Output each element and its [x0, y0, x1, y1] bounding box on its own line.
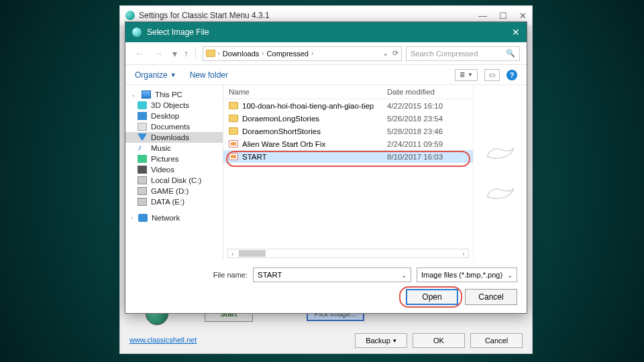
file-name: START [242, 153, 387, 161]
file-row[interactable]: START8/10/2017 16:03 [223, 150, 473, 163]
open-button[interactable]: Open [406, 289, 458, 305]
scroll-right-icon[interactable]: › [459, 250, 468, 257]
file-date: 2/24/2011 09:59 [387, 140, 468, 148]
file-date: 8/10/2017 16:03 [387, 153, 468, 161]
view-mode-button[interactable]: ≣ ▼ [455, 69, 478, 81]
tree-documents[interactable]: Documents [125, 121, 223, 132]
dialog-toolbar: Organize▼ New folder ≣ ▼ ▭ ? [125, 65, 527, 85]
image-file-icon [229, 153, 238, 160]
close-icon[interactable]: ✕ [519, 11, 527, 21]
filetype-filter[interactable]: Image files (*.bmp,*.png)⌄ [417, 267, 517, 282]
file-date: 4/22/2015 16:10 [387, 102, 468, 110]
breadcrumb-segment[interactable]: Downloads [223, 50, 259, 58]
dialog-close-icon[interactable]: ✕ [512, 27, 520, 38]
folder-icon [229, 115, 238, 122]
file-date: 5/28/2018 23:46 [387, 127, 468, 135]
file-row[interactable]: DoraemonLongStories5/26/2018 23:54 [223, 112, 473, 125]
cancel-button[interactable]: Cancel [470, 333, 523, 348]
tree-game-d[interactable]: GAME (D:) [125, 186, 223, 196]
chevron-down-icon[interactable]: ⌄ [507, 272, 513, 279]
tree-desktop[interactable]: Desktop [125, 111, 223, 121]
horizontal-scrollbar[interactable]: ‹ › [227, 249, 469, 258]
preview-pane-button[interactable]: ▭ [484, 69, 500, 81]
refresh-icon[interactable]: ⟳ [392, 49, 398, 58]
breadcrumb[interactable]: › Downloads › Compressed › ⌄⟳ [203, 46, 402, 61]
settings-title: Settings for Classic Start Menu 4.3.1 [139, 11, 270, 20]
nav-forward-icon[interactable]: → [151, 48, 166, 59]
ok-button[interactable]: OK [413, 333, 465, 348]
tree-local-disk-c[interactable]: Local Disk (C:) [125, 175, 223, 186]
file-name: Alien Ware Start Orb Fix [242, 140, 387, 148]
scroll-thumb[interactable] [239, 250, 266, 257]
column-name[interactable]: Name [229, 88, 387, 96]
filename-input[interactable]: START⌄ [253, 267, 411, 282]
dialog-titlebar: Select Image File ✕ [125, 22, 527, 42]
image-file-icon [229, 140, 238, 147]
tree-downloads[interactable]: Downloads [125, 132, 223, 143]
preview-thumbnail [484, 183, 517, 203]
navigation-bar: ← → ▾ ↑ › Downloads › Compressed › ⌄⟳ Se… [125, 42, 527, 65]
tree-music[interactable]: ♪Music [125, 143, 223, 154]
breadcrumb-segment[interactable]: Compressed [267, 50, 309, 58]
filename-label: File name: [135, 271, 248, 279]
file-open-dialog: Select Image File ✕ ← → ▾ ↑ › Downloads … [125, 21, 527, 314]
column-headers[interactable]: Name Date modified [223, 85, 473, 99]
backup-button[interactable]: Backup [355, 333, 407, 348]
folder-tree[interactable]: ⌄This PC 3D Objects Desktop Documents Do… [125, 85, 223, 261]
tree-videos[interactable]: Videos [125, 164, 223, 175]
preview-thumbnail [484, 143, 517, 163]
tree-pictures[interactable]: Pictures [125, 154, 223, 164]
cancel-button[interactable]: Cancel [465, 289, 517, 305]
dialog-footer: File name: START⌄ Image files (*.bmp,*.p… [125, 261, 527, 313]
tree-network[interactable]: ›Network [125, 213, 223, 223]
scroll-left-icon[interactable]: ‹ [228, 250, 237, 257]
dialog-icon [132, 27, 142, 37]
column-date[interactable]: Date modified [387, 88, 468, 96]
website-link[interactable]: www.classicshell.net [129, 336, 197, 344]
tree-data-e[interactable]: DATA (E:) [125, 196, 223, 207]
help-icon[interactable]: ? [506, 70, 517, 80]
folder-icon [229, 102, 238, 109]
preview-pane [473, 85, 527, 261]
tree-3d-objects[interactable]: 3D Objects [125, 100, 223, 111]
file-row[interactable]: DoraemonShortStories5/28/2018 23:46 [223, 125, 473, 137]
app-icon [125, 11, 135, 20]
nav-up-icon[interactable]: ↑ [184, 48, 189, 58]
file-name: DoraemonLongStories [242, 115, 387, 123]
nav-back-icon[interactable]: ← [132, 48, 147, 59]
minimize-icon[interactable]: — [478, 11, 487, 21]
file-list[interactable]: Name Date modified 100-doan-hoi-thoai-ti… [223, 85, 473, 261]
folder-icon [229, 127, 238, 135]
tree-this-pc[interactable]: ⌄This PC [125, 89, 223, 100]
chevron-down-icon[interactable]: ⌄ [401, 272, 407, 279]
breadcrumb-dropdown-icon[interactable]: ⌄ [382, 49, 388, 58]
file-name: DoraemonShortStories [242, 127, 387, 135]
file-row[interactable]: 100-doan-hoi-thoai-tieng-anh-giao-tiep4/… [223, 99, 473, 112]
folder-icon [206, 50, 215, 57]
search-icon: 🔍 [506, 49, 515, 58]
new-folder-button[interactable]: New folder [190, 70, 228, 80]
search-input[interactable]: Search Compressed 🔍 [406, 46, 520, 61]
maximize-icon[interactable]: ☐ [499, 11, 507, 21]
organize-menu[interactable]: Organize▼ [135, 70, 176, 80]
dialog-title: Select Image File [147, 27, 209, 37]
file-name: 100-doan-hoi-thoai-tieng-anh-giao-tiep [242, 102, 387, 110]
file-date: 5/26/2018 23:54 [387, 115, 468, 123]
file-row[interactable]: Alien Ware Start Orb Fix2/24/2011 09:59 [223, 137, 473, 150]
nav-recent-icon[interactable]: ▾ [170, 48, 180, 59]
